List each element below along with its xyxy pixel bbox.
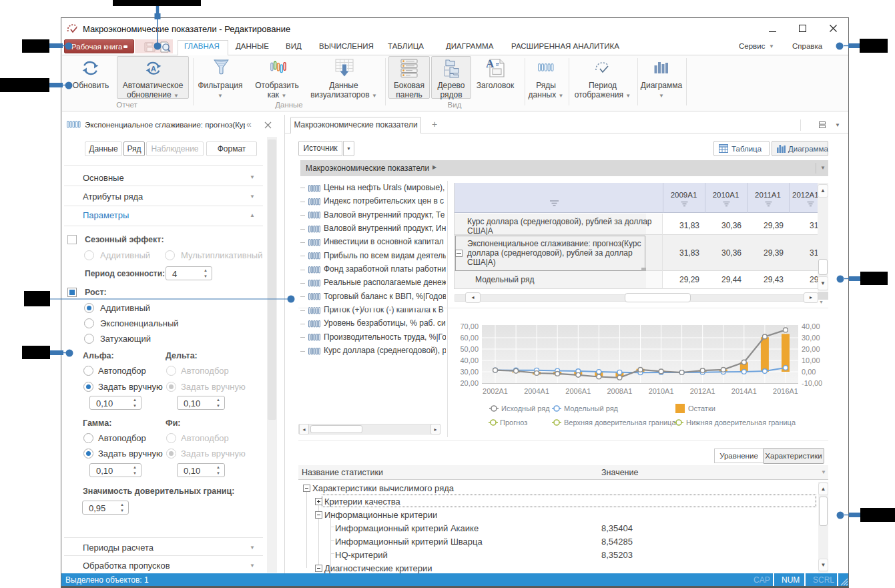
svg-text:30,00: 30,00 xyxy=(460,368,479,376)
svg-text:40,00: 40,00 xyxy=(460,356,479,364)
svg-text:60,00: 60,00 xyxy=(460,334,479,342)
svg-text:20,00: 20,00 xyxy=(460,379,479,387)
svg-text:50,00: 50,00 xyxy=(460,345,479,353)
svg-text:2010A1: 2010A1 xyxy=(649,387,674,395)
svg-text:2004A1: 2004A1 xyxy=(524,387,549,395)
svg-text:Нижняя доверительная граница: Нижняя доверительная граница xyxy=(686,418,796,426)
svg-text:30,00: 30,00 xyxy=(802,334,820,342)
svg-text:40,00: 40,00 xyxy=(802,322,820,330)
svg-text:Остатки: Остатки xyxy=(688,404,715,412)
svg-text:2002A1: 2002A1 xyxy=(483,387,508,395)
svg-text:2014A1: 2014A1 xyxy=(731,387,757,395)
svg-text:2012A1: 2012A1 xyxy=(690,387,715,395)
svg-text:2006A1: 2006A1 xyxy=(565,387,591,395)
svg-text:A: A xyxy=(151,65,156,73)
svg-text:Верхняя доверительная граница: Верхняя доверительная граница xyxy=(564,418,676,426)
svg-text:2016A1: 2016A1 xyxy=(773,387,798,395)
svg-text:70,00: 70,00 xyxy=(460,322,479,330)
svg-text:20,00: 20,00 xyxy=(802,345,820,353)
svg-text:Прогноз: Прогноз xyxy=(500,418,527,426)
svg-text:-10,00: -10,00 xyxy=(802,379,822,387)
svg-text:2008A1: 2008A1 xyxy=(607,387,632,395)
svg-text:10,00: 10,00 xyxy=(802,356,820,364)
svg-text:A: A xyxy=(486,58,495,70)
svg-text:Модельный ряд: Модельный ряд xyxy=(564,404,619,412)
svg-text:0,00: 0,00 xyxy=(802,368,816,376)
svg-text:Исходный ряд: Исходный ряд xyxy=(501,404,550,412)
